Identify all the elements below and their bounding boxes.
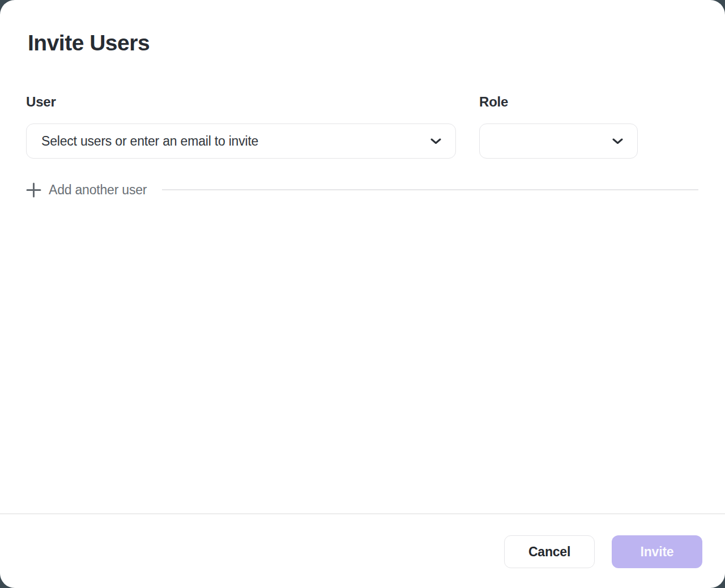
role-field: Role: [479, 94, 638, 159]
add-another-user-label: Add another user: [49, 182, 147, 198]
chevron-down-icon: [612, 138, 623, 144]
user-field-label: User: [26, 94, 456, 111]
role-field-label: Role: [479, 94, 638, 111]
plus-icon: [26, 182, 41, 198]
inline-divider: [162, 189, 698, 190]
add-another-user-button[interactable]: Add another user: [26, 182, 147, 198]
footer-divider: [0, 513, 725, 514]
chevron-down-icon: [430, 138, 441, 144]
invite-button[interactable]: Invite: [612, 535, 702, 568]
add-another-user-row: Add another user: [26, 180, 698, 199]
user-select-placeholder: Select users or enter an email to invite: [41, 134, 258, 149]
role-select[interactable]: [479, 123, 638, 159]
cancel-button[interactable]: Cancel: [504, 535, 595, 568]
invite-users-dialog: Invite Users User Select users or enter …: [0, 0, 725, 588]
dialog-title: Invite Users: [28, 31, 150, 56]
user-select[interactable]: Select users or enter an email to invite: [26, 123, 456, 159]
user-field: User Select users or enter an email to i…: [26, 94, 456, 159]
